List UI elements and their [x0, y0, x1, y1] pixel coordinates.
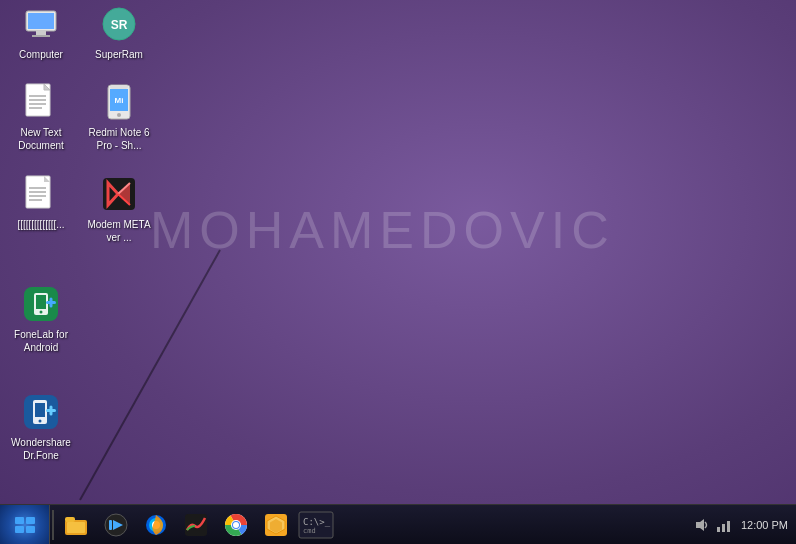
svg-rect-67 — [717, 527, 720, 532]
firefox-icon — [143, 512, 169, 538]
svg-rect-69 — [727, 521, 730, 532]
svg-rect-44 — [26, 517, 35, 524]
taskbar-cmd[interactable]: C:\>_ cmd — [297, 506, 335, 544]
svg-rect-4 — [32, 35, 50, 37]
taskbar-chrome[interactable] — [217, 506, 255, 544]
svg-rect-38 — [35, 403, 45, 417]
svg-rect-68 — [722, 524, 725, 532]
fonelab-label: FoneLab for Android — [9, 328, 73, 354]
svg-point-60 — [233, 522, 239, 528]
play-icon — [103, 512, 129, 538]
modem-label: Modem META ver ... — [87, 218, 151, 244]
start-button[interactable] — [0, 505, 50, 545]
watermark-text: MOHAMEDOVIC — [150, 200, 615, 260]
folder-icon — [63, 512, 89, 538]
desktop: MOHAMEDOVIC Computer SR SuperRam — [0, 0, 796, 504]
chrome-icon — [223, 512, 249, 538]
desktop-icon-longname[interactable]: [[[[[[[[[[[[[[... — [5, 170, 77, 235]
desktop-icon-modem[interactable]: Modem META ver ... — [83, 170, 155, 248]
desktop-icon-computer[interactable]: Computer — [5, 0, 77, 65]
system-tray: 12:00 PM — [683, 505, 796, 544]
svg-rect-35 — [50, 298, 53, 308]
svg-point-16 — [117, 113, 121, 117]
taskbar-media-player[interactable] — [97, 506, 135, 544]
taskbar-file-explorer[interactable] — [57, 506, 95, 544]
svg-line-0 — [80, 250, 220, 500]
desktop-icon-fonelab[interactable]: FoneLab for Android — [5, 280, 77, 358]
computer-label: Computer — [19, 48, 63, 61]
svg-rect-32 — [36, 295, 46, 309]
svg-rect-56 — [185, 514, 207, 536]
desktop-decoration — [0, 0, 796, 504]
svg-rect-48 — [65, 517, 75, 522]
desktop-icon-newtxt[interactable]: New Text Document — [5, 78, 77, 156]
svg-marker-66 — [696, 519, 704, 531]
fonelab-icon — [21, 284, 61, 324]
taskbar-matlab[interactable] — [177, 506, 215, 544]
clock: 12:00 PM — [741, 519, 788, 531]
desktop-icon-redmi[interactable]: Mi Redmi Note 6 Pro - Sh... — [83, 78, 155, 156]
svg-text:SR: SR — [111, 18, 128, 32]
desktop-icon-superram[interactable]: SR SuperRam — [83, 0, 155, 65]
svg-rect-43 — [15, 517, 24, 524]
matlab-icon — [183, 512, 209, 538]
svg-rect-49 — [67, 522, 85, 533]
svg-rect-46 — [26, 526, 35, 533]
volume-icon[interactable] — [694, 517, 710, 533]
svg-rect-41 — [50, 406, 53, 416]
sketch-icon — [263, 512, 289, 538]
network-icon[interactable] — [716, 517, 732, 533]
redmi-label: Redmi Note 6 Pro - Sh... — [87, 126, 151, 152]
taskbar: C:\>_ cmd 12:00 PM — [0, 504, 796, 544]
svg-text:Mi: Mi — [115, 96, 124, 105]
taskbar-divider — [52, 510, 54, 540]
desktop-icon-drfone[interactable]: Wondershare Dr.Fone — [5, 388, 77, 466]
superram-label: SuperRam — [95, 48, 143, 61]
newtxt-icon — [21, 82, 61, 122]
longname-label: [[[[[[[[[[[[[[... — [17, 218, 64, 231]
svg-rect-45 — [15, 526, 24, 533]
windows-logo-icon — [10, 510, 40, 540]
taskbar-sketch[interactable] — [257, 506, 295, 544]
svg-text:C:\>_: C:\>_ — [303, 517, 331, 527]
newtxt-label: New Text Document — [9, 126, 73, 152]
redmi-icon: Mi — [99, 82, 139, 122]
svg-rect-2 — [28, 13, 54, 29]
cmd-icon: C:\>_ cmd — [298, 511, 334, 539]
computer-icon — [21, 4, 61, 44]
superram-icon: SR — [99, 4, 139, 44]
longname-icon — [21, 174, 61, 214]
svg-point-42 — [11, 511, 39, 539]
svg-rect-3 — [36, 31, 46, 35]
svg-point-33 — [40, 311, 43, 314]
svg-rect-52 — [109, 520, 112, 530]
taskbar-firefox[interactable] — [137, 506, 175, 544]
drfone-icon — [21, 392, 61, 432]
svg-point-39 — [39, 420, 42, 423]
modem-icon — [99, 174, 139, 214]
drfone-label: Wondershare Dr.Fone — [9, 436, 73, 462]
svg-rect-17 — [110, 85, 128, 89]
svg-text:cmd: cmd — [303, 527, 316, 535]
